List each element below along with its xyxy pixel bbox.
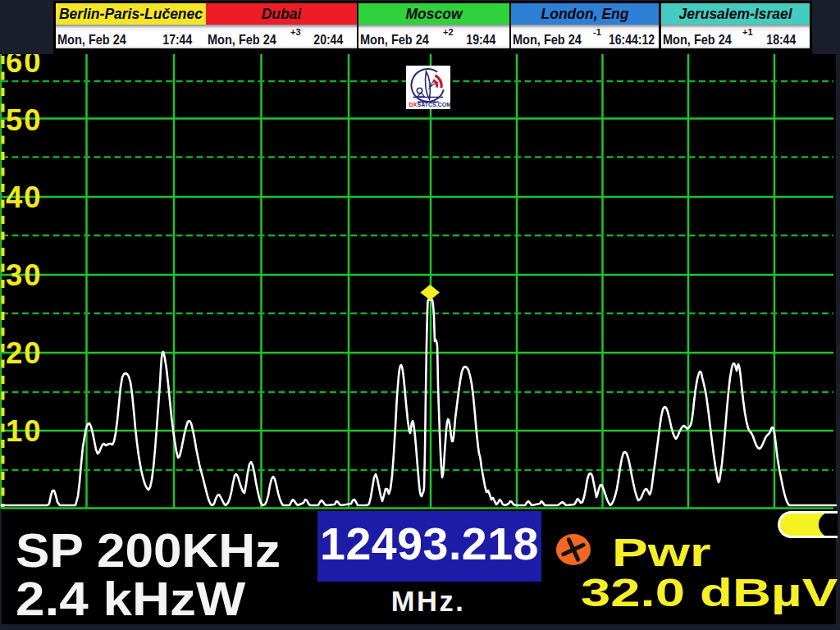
svg-text:DX: DX	[409, 102, 418, 107]
svg-text:SATCS.COM: SATCS.COM	[418, 102, 451, 107]
